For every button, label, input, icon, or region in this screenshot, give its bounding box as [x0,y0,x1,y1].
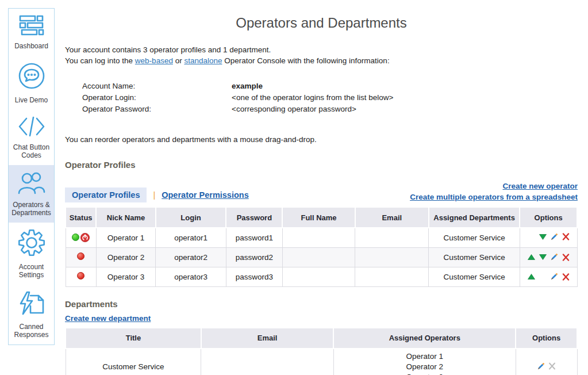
empty-slot [525,232,537,242]
tab-separator: | [153,190,155,200]
col-email: Email [355,207,429,228]
sidebar-item-label: Operators & Departments [10,201,52,217]
sidebar-item-label: Dashboard [14,42,48,50]
sidebar-item-live-demo[interactable]: Live Demo [9,56,54,110]
main-content: Operators and Departments Your account c… [65,8,578,375]
operator-password-label: Operator Password: [82,104,232,115]
departments-header-row: Title Email Assigned Operators Options [66,328,577,349]
create-new-operator-link[interactable]: Create new operator [502,182,578,190]
col-status: Status [66,207,96,228]
operators-header-row: Status Nick Name Login Password Full Nam… [66,207,577,228]
credential-row: Operator Login: <one of the operator log… [82,92,578,104]
intro-line-2: You can log into the web-based or standa… [65,56,578,67]
col-full-name: Full Name [282,207,355,228]
login-cell: operator1 [156,228,226,247]
standalone-link[interactable]: standalone [184,56,222,65]
full-name-cell [282,267,355,286]
assigned-operators-cell: Operator 1 Operator 2 Operator 3 [333,349,516,375]
operators-table: Status Nick Name Login Password Full Nam… [65,206,578,287]
departments-heading: Departments [65,299,578,309]
credential-row: Account Name: example [82,81,578,92]
account-name-value: example [232,81,263,92]
create-links: Create new operator Create multiple oper… [410,181,578,202]
move-up-icon[interactable] [525,271,537,282]
empty-slot [537,271,548,282]
gear-icon [18,229,45,259]
edit-operator-icon[interactable] [548,252,560,262]
password-cell: password1 [226,228,282,247]
login-cell: operator3 [156,267,226,286]
move-up-icon[interactable] [525,252,537,262]
sidebar-item-canned-responses[interactable]: Canned Responses [9,285,54,345]
operator-profiles-heading: Operator Profiles [65,160,578,170]
web-based-link[interactable]: web-based [135,56,173,65]
sidebar-item-label: Account Settings [10,263,52,279]
create-new-department-link[interactable]: Create new department [65,314,151,323]
code-icon [18,116,45,139]
departments-table: Title Email Assigned Operators Options C… [65,327,578,375]
credential-row: Operator Password: <corresponding operat… [82,104,578,115]
tab-operator-profiles[interactable]: Operator Profiles [65,188,147,202]
status-offline-icon [77,252,84,260]
reorder-note: You can reorder operators and department… [65,135,578,144]
departments-cell: Customer Service [429,267,520,286]
edit-operator-icon[interactable] [548,232,560,242]
delete-operator-icon[interactable] [560,252,571,262]
email-cell [355,267,429,286]
dashboard-icon [19,15,44,38]
nick-name-cell: Operator 3 [96,267,155,286]
operator-row[interactable]: Operator 3 operator3 password3 Customer … [66,267,577,286]
col-assigned-departments: Assigned Departments [429,207,520,228]
move-down-icon[interactable] [537,232,548,242]
full-name-cell [282,228,355,247]
password-cell: password2 [226,247,282,267]
email-cell [355,228,429,247]
nick-name-cell: Operator 2 [96,247,155,267]
col-options: Options [516,328,577,349]
col-nick-name: Nick Name [96,207,155,228]
operator-login-label: Operator Login: [82,92,232,104]
login-cell: operator2 [156,247,226,267]
canned-responses-icon [18,291,45,319]
sidebar-item-label: Live Demo [15,96,48,104]
account-name-label: Account Name: [82,81,232,92]
tab-operator-permissions[interactable]: Operator Permissions [162,190,249,200]
sidebar-item-chat-button-codes[interactable]: Chat Button Codes [9,110,54,165]
intro-text: Your account contains 3 operator profile… [65,45,578,66]
nick-name-cell: Operator 1 [96,228,155,247]
status-online-icon [72,234,79,241]
operator-password-value: <corresponding operator password> [232,104,356,115]
edit-department-icon[interactable] [535,361,547,372]
delete-operator-icon[interactable] [560,232,571,242]
delete-operator-icon[interactable] [560,271,571,282]
intro-line-1: Your account contains 3 operator profile… [65,45,578,56]
sidebar-item-dashboard[interactable]: Dashboard [9,9,54,56]
people-icon [17,171,47,197]
department-title-cell: Customer Service [66,349,201,375]
sidebar-item-operators-departments[interactable]: Operators & Departments [9,165,54,223]
sidebar-item-account-settings[interactable]: Account Settings [9,223,54,285]
move-down-icon[interactable] [537,252,548,262]
status-offline-icon [77,272,84,280]
create-multiple-operators-link[interactable]: Create multiple operators from a spreads… [410,193,578,201]
edit-operator-icon[interactable] [548,271,560,282]
department-row[interactable]: Customer Service Operator 1 Operator 2 O… [66,349,577,375]
sidebar: Dashboard Live Demo Chat Button Codes [8,8,55,345]
operator-row[interactable]: Operator 1 operator1 password1 Customer … [66,228,577,247]
password-cell: password3 [226,267,282,286]
live-demo-icon [18,62,45,92]
credentials-block: Account Name: example Operator Login: <o… [82,81,578,115]
sidebar-item-label: Canned Responses [10,323,52,339]
col-login: Login [156,207,226,228]
col-options: Options [520,207,577,228]
delete-department-disabled-icon [547,361,558,372]
col-title: Title [66,328,201,349]
page-title: Operators and Departments [65,15,578,31]
operator-tabs: Operator Profiles | Operator Permissions [65,188,249,202]
department-email-cell [201,349,334,375]
col-password: Password [226,207,282,228]
operator-row[interactable]: Operator 2 operator2 password2 Customer … [66,247,577,267]
power-toggle-icon[interactable] [80,233,90,242]
operators-toolbar: Operator Profiles | Operator Permissions… [65,181,578,202]
col-assigned-operators: Assigned Operators [333,328,516,349]
